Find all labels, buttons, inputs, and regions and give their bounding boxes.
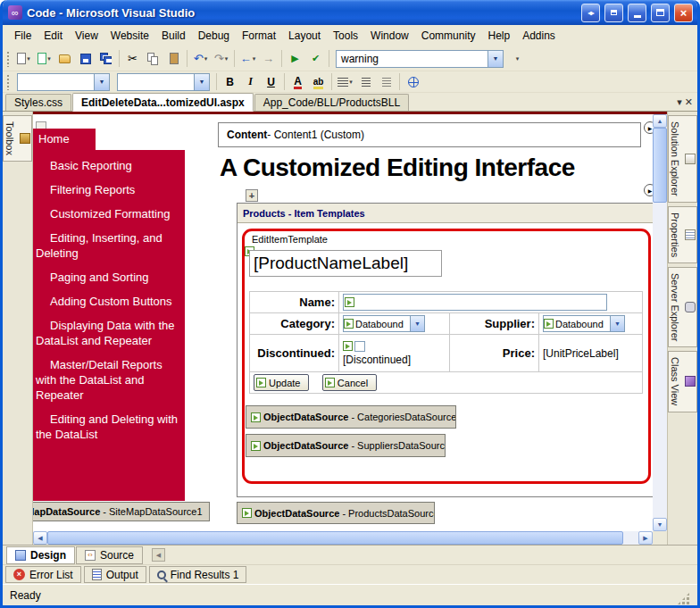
toolbox-tab[interactable]: Toolbox: [3, 115, 32, 162]
nav-item-basic-reporting[interactable]: Basic Reporting: [33, 158, 185, 173]
move-anchor-icon[interactable]: +: [246, 189, 258, 202]
combo-dropdown-button[interactable]: ▼: [488, 51, 503, 67]
redo-button[interactable]: ↷▾: [211, 49, 231, 69]
smart-tag-button[interactable]: ▶: [644, 121, 653, 134]
window-position-button[interactable]: [604, 4, 623, 22]
server-explorer-tab[interactable]: Server Explorer: [668, 267, 697, 347]
dropdown-arrow-button[interactable]: ▼: [610, 316, 624, 331]
solution-explorer-tab[interactable]: Solution Explorer: [668, 115, 697, 203]
font-combo[interactable]: ▼: [117, 73, 210, 91]
combo-dropdown-button[interactable]: ▼: [194, 74, 209, 90]
open-file-button[interactable]: [54, 49, 75, 69]
nav-item-home[interactable]: Home: [33, 129, 96, 150]
toolbar-options-button[interactable]: ▾: [507, 49, 528, 69]
horizontal-scrollbar[interactable]: ◀ ▶: [33, 531, 667, 545]
nav-item-customized-formatting[interactable]: Customized Formatting: [33, 206, 185, 221]
nav-item-adding-custom-buttons[interactable]: Adding Custom Buttons: [33, 294, 185, 309]
source-view-tab[interactable]: ‹› Source: [76, 546, 143, 564]
scroll-up-button[interactable]: ▲: [653, 114, 667, 128]
horizontal-scroll-thumb[interactable]: [47, 531, 623, 545]
numbered-list-button[interactable]: [376, 72, 396, 92]
bold-button[interactable]: B: [220, 72, 240, 92]
save-all-button[interactable]: [96, 49, 116, 69]
toolbar-grip[interactable]: [6, 51, 10, 67]
update-button[interactable]: Update: [254, 374, 309, 391]
properties-tab[interactable]: Properties: [668, 206, 697, 263]
design-view-tab[interactable]: Design: [6, 546, 75, 564]
error-list-tab[interactable]: × Error List: [5, 566, 81, 583]
menu-website[interactable]: Website: [104, 26, 155, 46]
menu-addins[interactable]: Addins: [516, 26, 562, 46]
tab-styles-css[interactable]: Styles.css: [5, 94, 71, 111]
dropdown-arrow-button[interactable]: ▼: [410, 316, 424, 331]
productname-label-control[interactable]: [ProductNameLabel]: [249, 250, 442, 277]
add-new-item-button[interactable]: ▾: [34, 49, 54, 69]
horizontal-scroll-track[interactable]: [623, 531, 638, 545]
cancel-button[interactable]: Cancel: [322, 374, 377, 391]
font-color-button[interactable]: A: [288, 72, 308, 92]
menu-view[interactable]: View: [69, 26, 104, 46]
vertical-scrollbar[interactable]: ▲ ▼: [653, 114, 667, 531]
nav-item-editing-inserting-deleting[interactable]: Editing, Inserting, and Deleting: [33, 230, 185, 261]
alignment-button[interactable]: ▾: [335, 72, 355, 92]
scroll-down-button[interactable]: ▼: [653, 518, 667, 531]
scroll-right-button[interactable]: ▶: [638, 531, 653, 545]
cut-button[interactable]: ✂: [122, 49, 143, 69]
tag-navigator-scroll-button[interactable]: ◀: [152, 548, 165, 562]
category-dropdown[interactable]: Databound ▼: [343, 315, 425, 332]
tab-list-dropdown-button[interactable]: ▾: [677, 96, 682, 108]
resize-grip[interactable]: [677, 592, 690, 605]
menu-window[interactable]: Window: [364, 26, 415, 46]
categories-datasource-control[interactable]: ObjectDataSource - CategoriesDataSource: [246, 405, 456, 429]
close-button[interactable]: ×: [674, 4, 693, 22]
menu-build[interactable]: Build: [155, 26, 192, 46]
tab-productsbll[interactable]: App_Code/BLL/ProductsBLL: [254, 94, 409, 111]
find-results-tab[interactable]: Find Results 1: [149, 566, 247, 583]
navigate-forward-button[interactable]: →: [258, 49, 279, 69]
restore-button[interactable]: [651, 4, 670, 22]
bullet-list-button[interactable]: [355, 72, 376, 92]
class-view-tab[interactable]: Class View: [668, 351, 697, 412]
dock-arrows-button[interactable]: ◂▸: [581, 4, 600, 22]
new-website-button[interactable]: ▾: [13, 49, 34, 69]
paste-button[interactable]: [163, 49, 184, 69]
unitprice-label-control[interactable]: [UnitPriceLabel]: [539, 335, 643, 372]
nav-item-displaying-datalist-repeater[interactable]: Displaying Data with the DataList and Re…: [33, 318, 185, 348]
close-document-button[interactable]: ✕: [685, 96, 693, 108]
find-combo[interactable]: warning ▼: [336, 50, 504, 68]
menu-tools[interactable]: Tools: [327, 26, 364, 46]
copy-button[interactable]: [143, 49, 163, 69]
save-button[interactable]: [75, 49, 96, 69]
output-tab[interactable]: Output: [84, 566, 146, 583]
hyperlink-button[interactable]: [403, 72, 423, 92]
menu-debug[interactable]: Debug: [192, 26, 236, 46]
smart-tag-button[interactable]: ▶: [644, 184, 653, 196]
tab-editdeletedata-aspx[interactable]: EditDeleteData...tomizedUI.aspx: [72, 93, 254, 112]
toolbar-grip[interactable]: [6, 74, 10, 90]
menu-edit[interactable]: Edit: [38, 26, 69, 46]
scroll-left-button[interactable]: ◀: [33, 531, 47, 545]
nav-item-filtering-reports[interactable]: Filtering Reports: [33, 182, 185, 197]
navigate-backward-button[interactable]: ←▾: [238, 49, 258, 69]
menu-help[interactable]: Help: [481, 26, 516, 46]
content-placeholder-header[interactable]: Content - Content1 (Custom): [218, 122, 641, 147]
nav-item-master-detail-datalist-repeater[interactable]: Master/Detail Reports with the DataList …: [33, 357, 185, 403]
undo-button[interactable]: ↶▾: [190, 49, 211, 69]
italic-button[interactable]: I: [240, 72, 261, 92]
underline-button[interactable]: U: [261, 72, 281, 92]
suppliers-datasource-control[interactable]: ObjectDataSource - SuppliersDataSource: [246, 434, 446, 457]
highlight-button[interactable]: ab: [308, 72, 329, 92]
discontinued-checkbox[interactable]: [354, 341, 365, 352]
vertical-scroll-thumb[interactable]: [653, 128, 667, 203]
supplier-dropdown[interactable]: Databound ▼: [543, 315, 625, 332]
minimize-button[interactable]: [628, 4, 646, 22]
start-debugging-button[interactable]: ▶: [285, 49, 305, 69]
menu-community[interactable]: Community: [415, 26, 482, 46]
product-name-textbox[interactable]: [343, 294, 607, 311]
target-rule-combo[interactable]: ▼: [17, 73, 110, 91]
combo-dropdown-button[interactable]: ▼: [94, 74, 109, 90]
menu-file[interactable]: File: [8, 26, 38, 46]
sitemapdatasource-control[interactable]: SiteMapDataSource - SiteMapDataSource1: [33, 502, 210, 521]
nav-item-editing-deleting-datalist[interactable]: Editing and Deleting with the DataList: [33, 412, 185, 442]
menu-format[interactable]: Format: [236, 26, 282, 46]
